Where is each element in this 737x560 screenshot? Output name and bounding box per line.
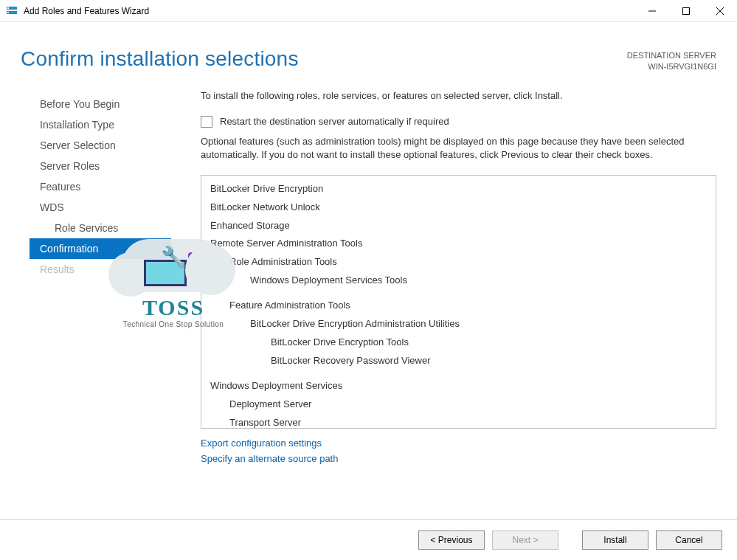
intro-text: To install the following roles, role ser… — [201, 89, 716, 103]
feature-item: Windows Deployment Services Tools — [209, 272, 708, 290]
feature-item: Role Administration Tools — [209, 253, 708, 272]
close-button[interactable] — [703, 0, 737, 22]
page-title: Confirm installation selections — [21, 47, 299, 71]
feature-item: Transport Server — [209, 414, 708, 429]
maximize-button[interactable] — [669, 0, 703, 22]
destination-server-name: WIN-I5RVGI1N6GI — [627, 61, 716, 72]
restart-label: Restart the destination server automatic… — [220, 116, 449, 127]
nav-item-confirmation[interactable]: Confirmation — [30, 238, 171, 259]
feature-item: BitLocker Drive Encryption Tools — [209, 333, 708, 352]
feature-item: Feature Administration Tools — [209, 297, 708, 315]
feature-item: Windows Deployment Services — [209, 377, 708, 395]
minimize-button[interactable] — [635, 0, 669, 22]
selected-features-list[interactable]: BitLocker Drive EncryptionBitLocker Netw… — [201, 175, 716, 429]
feature-item: BitLocker Network Unlock — [209, 198, 708, 217]
footer: < Previous Next > Install Cancel — [0, 519, 737, 560]
nav-item-wds[interactable]: WDS — [30, 197, 171, 218]
nav-item-features[interactable]: Features — [30, 176, 171, 197]
export-config-link[interactable]: Export configuration settings — [201, 436, 716, 452]
content-pane: To install the following roles, role ser… — [171, 89, 737, 519]
window-title: Add Roles and Features Wizard — [24, 6, 149, 16]
nav-item-server-selection[interactable]: Server Selection — [30, 135, 171, 156]
svg-rect-2 — [7, 7, 9, 9]
nav-item-before-you-begin[interactable]: Before You Begin — [30, 94, 171, 114]
window-controls — [635, 0, 737, 22]
destination-label: DESTINATION SERVER — [627, 50, 716, 61]
nav-item-server-roles[interactable]: Server Roles — [30, 156, 171, 176]
cancel-button[interactable]: Cancel — [656, 530, 722, 550]
nav-item-installation-type[interactable]: Installation Type — [30, 114, 171, 135]
extra-links: Export configuration settings Specify an… — [201, 436, 716, 467]
nav-item-results: Results — [30, 259, 171, 280]
alternate-source-link[interactable]: Specify an alternate source path — [201, 452, 716, 467]
restart-checkbox[interactable] — [201, 116, 212, 128]
install-button[interactable]: Install — [582, 530, 648, 550]
titlebar: Add Roles and Features Wizard — [0, 0, 737, 22]
feature-item: BitLocker Recovery Password Viewer — [209, 352, 708, 370]
svg-rect-3 — [7, 12, 9, 13]
optional-features-note: Optional features (such as administratio… — [201, 135, 716, 162]
feature-item: Enhanced Storage — [209, 217, 708, 235]
body: Before You BeginInstallation TypeServer … — [0, 73, 737, 519]
nav-item-role-services[interactable]: Role Services — [30, 218, 171, 238]
svg-rect-5 — [683, 7, 690, 14]
header: Confirm installation selections DESTINAT… — [0, 22, 737, 73]
wizard-window: Add Roles and Features Wizard Confirm in… — [0, 0, 737, 560]
server-manager-icon — [6, 5, 18, 17]
feature-item: Deployment Server — [209, 395, 708, 414]
next-button: Next > — [492, 530, 558, 550]
previous-button[interactable]: < Previous — [418, 530, 485, 550]
feature-item: BitLocker Drive Encryption Administratio… — [209, 315, 708, 333]
feature-item: BitLocker Drive Encryption — [209, 180, 708, 198]
restart-checkbox-row[interactable]: Restart the destination server automatic… — [201, 116, 716, 128]
destination-server-block: DESTINATION SERVER WIN-I5RVGI1N6GI — [627, 47, 716, 73]
wizard-nav: Before You BeginInstallation TypeServer … — [0, 89, 171, 519]
feature-item: Remote Server Administration Tools — [209, 235, 708, 253]
